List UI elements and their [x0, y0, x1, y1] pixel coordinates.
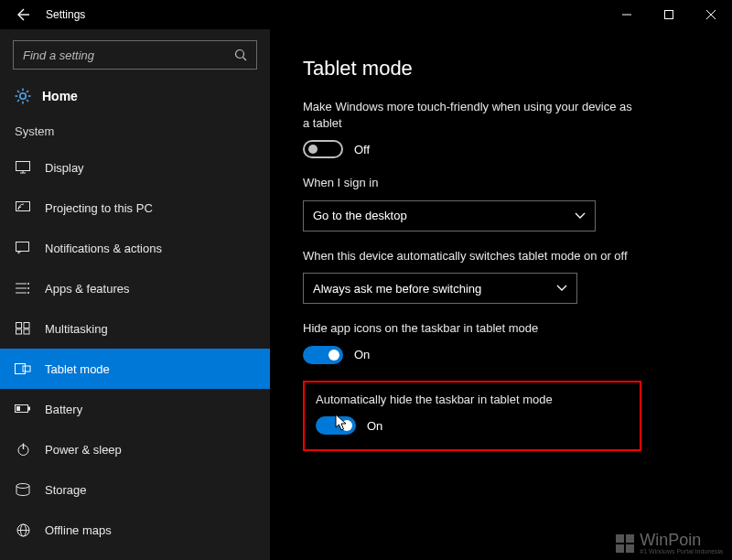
- projecting-icon: [15, 201, 31, 214]
- svg-line-14: [17, 100, 19, 102]
- sidebar-item-storage[interactable]: Storage: [0, 469, 270, 510]
- svg-rect-15: [16, 162, 30, 171]
- sidebar-item-multitasking[interactable]: Multitasking: [0, 308, 270, 349]
- svg-rect-19: [16, 242, 29, 252]
- titlebar: Settings: [0, 0, 732, 29]
- arrow-left-icon: [15, 7, 29, 22]
- maximize-button[interactable]: [648, 0, 690, 29]
- auto-switch-select[interactable]: Always ask me before switching: [303, 273, 577, 304]
- svg-rect-27: [24, 323, 29, 328]
- svg-rect-29: [24, 329, 29, 334]
- back-button[interactable]: [4, 0, 40, 29]
- auto-hide-toggle[interactable]: [316, 416, 356, 435]
- svg-point-6: [20, 93, 26, 99]
- svg-point-25: [27, 292, 29, 294]
- watermark-brand: WinPoin: [640, 532, 723, 548]
- search-input-wrap[interactable]: [13, 40, 257, 70]
- sidebar-item-projecting[interactable]: Projecting to this PC: [0, 188, 270, 228]
- signin-select[interactable]: Go to the desktop: [303, 200, 596, 232]
- sidebar-item-display[interactable]: Display: [0, 147, 270, 188]
- touch-friendly-toggle[interactable]: [303, 140, 343, 158]
- auto-switch-value: Always ask me before switching: [313, 282, 481, 296]
- sidebar-item-label: Battery: [45, 403, 82, 416]
- svg-point-24: [27, 287, 29, 289]
- sidebar: Home System Display Projecting to this P…: [0, 29, 270, 560]
- svg-point-4: [236, 50, 244, 59]
- svg-rect-26: [16, 323, 22, 328]
- signin-value: Go to the desktop: [313, 209, 407, 222]
- sidebar-item-offline-maps[interactable]: Offline maps: [0, 510, 270, 550]
- sidebar-item-battery[interactable]: Battery: [0, 389, 270, 429]
- chevron-down-icon: [556, 285, 567, 292]
- sidebar-home[interactable]: Home: [0, 79, 270, 121]
- touch-friendly-state: Off: [354, 143, 370, 156]
- svg-point-23: [27, 283, 29, 285]
- close-button[interactable]: [690, 0, 732, 29]
- minimize-icon: [622, 10, 631, 19]
- search-icon: [234, 48, 247, 61]
- sidebar-item-label: Storage: [45, 483, 87, 497]
- sidebar-item-tablet-mode[interactable]: Tablet mode: [0, 349, 270, 389]
- maximize-icon: [664, 10, 673, 19]
- search-input[interactable]: [23, 48, 234, 62]
- auto-switch-label: When this device automatically switches …: [303, 248, 632, 264]
- multitasking-icon: [15, 322, 31, 335]
- close-icon: [706, 10, 716, 19]
- sidebar-item-label: Display: [45, 161, 84, 175]
- content-pane: Tablet mode Make Windows more touch-frie…: [270, 29, 732, 560]
- svg-rect-28: [16, 329, 22, 334]
- svg-point-37: [16, 484, 29, 489]
- sidebar-item-notifications[interactable]: Notifications & actions: [0, 228, 270, 268]
- svg-rect-30: [16, 364, 26, 374]
- touch-friendly-label: Make Windows more touch-friendly when us…: [303, 99, 632, 131]
- sidebar-home-label: Home: [42, 89, 78, 103]
- sidebar-item-label: Offline maps: [45, 523, 112, 537]
- notifications-icon: [15, 242, 31, 254]
- svg-line-12: [27, 100, 28, 102]
- sidebar-item-label: Multitasking: [45, 322, 108, 336]
- power-sleep-icon: [15, 443, 31, 457]
- sidebar-section-label: System: [0, 121, 270, 147]
- apps-icon: [15, 282, 31, 295]
- tablet-mode-icon: [15, 362, 31, 375]
- sidebar-item-label: Projecting to this PC: [45, 201, 153, 215]
- chevron-down-icon: [575, 212, 586, 220]
- auto-hide-label: Automatically hide the taskbar in tablet…: [316, 392, 629, 408]
- watermark: WinPoin #1 Windows Portal Indonesia: [616, 532, 723, 555]
- storage-icon: [15, 483, 31, 496]
- minimize-button[interactable]: [606, 0, 648, 29]
- svg-line-5: [243, 58, 247, 61]
- display-icon: [15, 161, 31, 174]
- page-title: Tablet mode: [303, 57, 732, 81]
- sidebar-item-apps[interactable]: Apps & features: [0, 268, 270, 308]
- sidebar-item-label: Power & sleep: [45, 443, 122, 457]
- svg-rect-33: [28, 407, 30, 411]
- hide-icons-state: On: [354, 348, 370, 361]
- hide-icons-toggle[interactable]: [303, 346, 343, 364]
- sidebar-item-label: Notifications & actions: [45, 242, 162, 255]
- svg-rect-1: [665, 11, 673, 19]
- signin-label: When I sign in: [303, 175, 632, 191]
- windows-logo-icon: [616, 534, 634, 553]
- svg-line-13: [27, 91, 28, 92]
- auto-hide-state: On: [367, 419, 382, 433]
- sidebar-nav: Display Projecting to this PC Notificati…: [0, 147, 270, 560]
- sidebar-item-power-sleep[interactable]: Power & sleep: [0, 429, 270, 469]
- sidebar-item-label: Apps & features: [45, 282, 130, 296]
- offline-maps-icon: [15, 523, 31, 537]
- sidebar-item-label: Tablet mode: [45, 362, 110, 376]
- window-title: Settings: [40, 8, 85, 21]
- svg-line-11: [17, 91, 19, 92]
- svg-rect-34: [16, 406, 20, 411]
- watermark-tagline: #1 Windows Portal Indonesia: [640, 548, 723, 555]
- hide-icons-label: Hide app icons on the taskbar in tablet …: [303, 320, 632, 337]
- gear-icon: [15, 88, 31, 104]
- battery-icon: [15, 404, 31, 415]
- annotation-highlight: Automatically hide the taskbar in tablet…: [303, 381, 641, 452]
- svg-rect-31: [23, 366, 30, 372]
